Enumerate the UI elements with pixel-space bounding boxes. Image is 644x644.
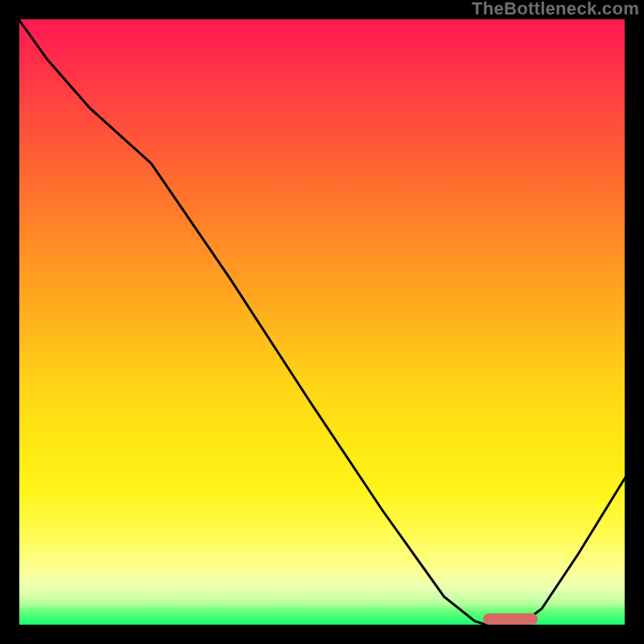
watermark-text: TheBottleneck.com — [472, 0, 639, 19]
chart-frame — [14, 14, 630, 630]
gradient-background — [19, 19, 625, 625]
optimal-marker — [483, 613, 538, 625]
